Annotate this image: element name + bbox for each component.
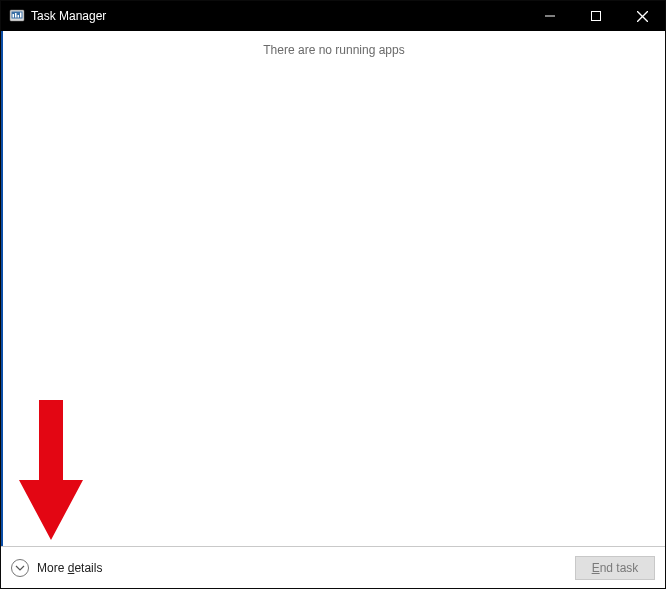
- svg-rect-5: [20, 13, 22, 18]
- task-manager-window: Task Manager There are no running apps M…: [0, 0, 666, 589]
- svg-rect-7: [592, 12, 601, 21]
- annotation-arrow-icon: [19, 400, 83, 540]
- more-details-button[interactable]: More details: [11, 559, 102, 577]
- end-task-button[interactable]: End task: [575, 556, 655, 580]
- window-title: Task Manager: [31, 9, 106, 23]
- footer-bar: More details End task: [1, 546, 665, 588]
- titlebar[interactable]: Task Manager: [1, 1, 665, 31]
- chevron-down-icon: [11, 559, 29, 577]
- app-icon: [9, 8, 25, 24]
- minimize-button[interactable]: [527, 1, 573, 31]
- end-task-accel: E: [592, 561, 600, 575]
- end-task-rest: nd task: [600, 561, 639, 575]
- more-details-label: More details: [37, 561, 102, 575]
- content-area: There are no running apps: [1, 31, 665, 546]
- svg-rect-2: [13, 14, 15, 18]
- maximize-button[interactable]: [573, 1, 619, 31]
- svg-rect-4: [18, 15, 20, 18]
- svg-rect-3: [15, 13, 17, 18]
- empty-state-message: There are no running apps: [263, 43, 404, 57]
- close-button[interactable]: [619, 1, 665, 31]
